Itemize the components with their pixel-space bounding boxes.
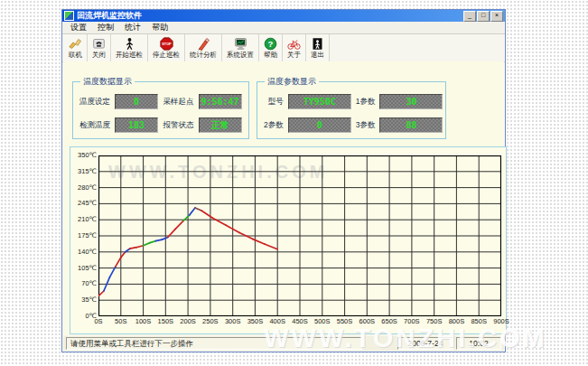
y-axis-tick-label: 35℃ xyxy=(72,296,97,304)
svg-text:STOP: STOP xyxy=(162,42,172,46)
x-axis-tick-label: 500S xyxy=(311,318,334,325)
bicycle-icon xyxy=(287,37,301,51)
analysis-pen-icon xyxy=(197,37,210,51)
help-question-icon: ? xyxy=(264,37,277,51)
y-axis-tick-label: 105℃ xyxy=(72,265,97,272)
temperature-chart-panel: WWW.TONZHI.COM 350℃315℃280℃245℃210℃175℃1… xyxy=(70,146,507,334)
toolbar-button-label: 开始巡检 xyxy=(116,52,143,59)
menu-item-2[interactable]: 控制 xyxy=(92,22,119,33)
toolbar-button-label: 系统设置 xyxy=(227,52,254,59)
close-button[interactable]: × xyxy=(490,11,503,22)
status-date: 2006-7-24 xyxy=(397,337,453,350)
x-axis-tick-label: 150S xyxy=(154,318,177,325)
x-axis-tick-label: 450S xyxy=(288,318,312,325)
monitor-icon xyxy=(234,37,247,51)
window-title: 回流焊机监控软件 xyxy=(77,10,462,22)
x-axis-tick-label: 550S xyxy=(333,318,357,325)
y-axis-tick-label: 280℃ xyxy=(72,184,97,192)
toolbar-button-exit-door[interactable]: 退出 xyxy=(306,34,330,61)
x-axis-tick-label: 100S xyxy=(132,318,155,325)
x-axis-tick-label: 350S xyxy=(243,318,266,325)
temperature-params-fields: 型号TY950C1参数302参数03参数88 xyxy=(257,82,445,133)
temperature-data-panel-title: 温度数据显示 xyxy=(80,77,135,86)
toolbar-button-analysis-pen[interactable]: 统计分析 xyxy=(185,34,222,61)
app-window: 回流焊机监控软件 _ □ × 设置控制统计帮助 联机关闭开始巡检STOP停止巡检… xyxy=(61,9,506,352)
toolbar-button-label: 停止巡检 xyxy=(153,52,180,59)
menu-item-1[interactable]: 设置 xyxy=(65,22,92,33)
menu-item-3[interactable]: 统计 xyxy=(119,22,146,33)
toolbar-button-stop-sign[interactable]: STOP停止巡检 xyxy=(148,34,185,61)
x-axis-tick-label: 650S xyxy=(378,318,401,325)
connect-icon xyxy=(69,37,82,51)
inspector-person-icon xyxy=(123,37,136,51)
toolbar-button-label: 帮助 xyxy=(264,52,277,59)
x-axis-tick-label: 700S xyxy=(400,318,424,325)
status-time: 10:02 xyxy=(456,337,501,350)
toolbar: 联机关闭开始巡检STOP停止巡检统计分析系统设置?帮助关于退出 xyxy=(62,34,505,62)
x-axis-tick-label: 400S xyxy=(266,318,289,325)
x-axis-tick-label: 250S xyxy=(199,318,222,325)
screenshot-canvas: { "window": { "title": "回流焊机监控软件", "mini… xyxy=(0,0,588,366)
minimize-button[interactable]: _ xyxy=(463,11,476,22)
x-axis-tick-label: 800S xyxy=(444,318,468,325)
x-axis-tick-label: 300S xyxy=(221,318,245,325)
app-icon xyxy=(64,11,74,21)
x-axis-tick-label: 850S xyxy=(467,318,490,325)
field-value-display: 正常 xyxy=(199,117,242,133)
toolbar-button-label: 关闭 xyxy=(92,52,106,59)
y-axis-tick-label: 210℃ xyxy=(72,216,97,223)
maximize-button[interactable]: □ xyxy=(477,11,490,22)
svg-text:?: ? xyxy=(268,39,274,49)
status-bar: 请使用菜单或工具栏进行下一步操作 2006-7-24 10:02 xyxy=(63,336,504,351)
phone-icon xyxy=(92,37,106,51)
y-axis-tick-label: 175℃ xyxy=(72,232,97,239)
toolbar-button-help-question[interactable]: ?帮助 xyxy=(259,34,283,61)
field-label: 采样起点 xyxy=(163,97,194,108)
x-axis-tick-label: 600S xyxy=(355,318,378,325)
x-axis-tick-label: 750S xyxy=(423,318,446,325)
x-axis-tick-label: 900S xyxy=(490,318,513,325)
field-value-display: 0 xyxy=(288,117,351,133)
toolbar-button-inspector-person[interactable]: 开始巡检 xyxy=(111,34,148,61)
field-value-display: 88 xyxy=(379,117,443,133)
x-axis-tick-label: 50S xyxy=(109,318,133,325)
field-label: 2参数 xyxy=(264,120,284,131)
toolbar-button-monitor[interactable]: 系统设置 xyxy=(222,34,259,61)
y-axis-tick-label: 140℃ xyxy=(72,249,97,256)
x-axis-tick-label: 200S xyxy=(176,318,200,325)
x-axis-tick-label: 0S xyxy=(87,318,110,325)
field-value-display: TY950C xyxy=(288,94,351,109)
field-value-display: 30 xyxy=(379,94,443,109)
menu-bar: 设置控制统计帮助 xyxy=(62,22,505,34)
field-label: 报警状态 xyxy=(163,120,194,131)
toolbar-button-label: 联机 xyxy=(69,52,82,59)
exit-door-icon xyxy=(311,37,324,51)
y-axis-tick-label: 350℃ xyxy=(72,152,97,159)
toolbar-button-label: 统计分析 xyxy=(190,52,217,59)
temperature-params-panel-title: 温度参数显示 xyxy=(265,77,319,86)
field-value-display: 0 xyxy=(115,94,158,109)
temperature-data-fields: 温度设定0采样起点9:56:47检测温度183报警状态正常 xyxy=(73,82,248,133)
field-label: 型号 xyxy=(264,97,284,108)
menu-item-4[interactable]: 帮助 xyxy=(146,22,173,33)
temperature-plot xyxy=(98,155,501,316)
temperature-data-panel: 温度数据显示 温度设定0采样起点9:56:47检测温度183报警状态正常 xyxy=(72,81,249,139)
toolbar-button-label: 退出 xyxy=(311,52,324,59)
field-label: 检测温度 xyxy=(79,120,110,131)
title-bar[interactable]: 回流焊机监控软件 _ □ × xyxy=(62,10,505,22)
toolbar-button-bicycle[interactable]: 关于 xyxy=(283,34,306,61)
temperature-params-panel: 温度参数显示 型号TY950C1参数302参数03参数88 xyxy=(257,81,446,139)
toolbar-button-connect[interactable]: 联机 xyxy=(64,34,88,61)
toolbar-button-phone[interactable]: 关闭 xyxy=(88,34,111,61)
y-axis-tick-label: 315℃ xyxy=(72,168,97,175)
field-label: 1参数 xyxy=(356,97,376,108)
field-label: 温度设定 xyxy=(79,97,110,108)
toolbar-button-label: 关于 xyxy=(287,52,301,59)
field-label: 3参数 xyxy=(356,120,376,131)
y-axis-tick-label: 245℃ xyxy=(72,200,97,207)
y-axis-tick-label: 70℃ xyxy=(72,280,97,287)
status-message: 请使用菜单或工具栏进行下一步操作 xyxy=(66,337,362,350)
stop-sign-icon: STOP xyxy=(160,37,173,51)
field-value-display: 9:56:47 xyxy=(199,94,242,109)
field-value-display: 183 xyxy=(115,117,158,133)
